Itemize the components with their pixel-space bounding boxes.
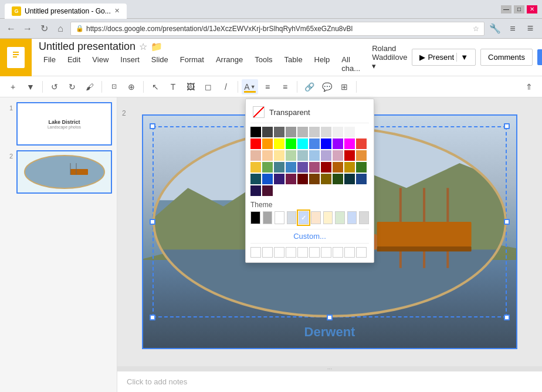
color-swatch-32[interactable] <box>274 162 284 173</box>
color-swatch-4[interactable] <box>297 127 308 137</box>
color-swatch-46[interactable] <box>321 174 331 184</box>
color-swatch-16[interactable] <box>321 138 331 149</box>
menu-insert[interactable]: Insert <box>116 54 144 74</box>
color-swatch-18[interactable] <box>344 138 355 149</box>
toolbar-select[interactable]: ↖ <box>147 79 164 94</box>
color-swatch-13[interactable] <box>286 138 296 149</box>
color-swatch-38[interactable] <box>344 162 355 173</box>
color-swatch-6[interactable] <box>321 127 331 137</box>
toolbar-text[interactable]: T <box>165 79 181 94</box>
color-swatch-28[interactable] <box>344 150 355 161</box>
color-swatch-45[interactable] <box>309 174 320 184</box>
handle-mid-right[interactable] <box>504 219 510 225</box>
toolbar-redo[interactable]: ↻ <box>64 79 80 94</box>
toolbar-align[interactable]: ≡ <box>259 79 276 94</box>
theme-color-swatch-1[interactable] <box>263 211 273 224</box>
slide-thumb-1[interactable]: 1 Lake District Landscape photos <box>5 102 112 146</box>
color-swatch-34[interactable] <box>297 162 308 173</box>
toolbar-paint[interactable]: 🖌 <box>82 79 98 94</box>
presentation-title[interactable]: Untitled presentation <box>39 40 136 53</box>
color-swatch-27[interactable] <box>333 150 343 161</box>
recent-color-5[interactable] <box>309 247 320 258</box>
minimize-button[interactable]: — <box>501 5 511 13</box>
star-icon[interactable]: ☆ <box>139 41 147 52</box>
color-swatch-33[interactable] <box>286 162 296 173</box>
color-swatch-37[interactable] <box>333 162 343 173</box>
toolbar-dropdown[interactable]: ▼ <box>22 79 39 94</box>
color-swatch-35[interactable] <box>309 162 320 173</box>
toolbar-undo[interactable]: ↺ <box>46 79 63 94</box>
color-swatch-11[interactable] <box>262 138 273 149</box>
theme-color-swatch-6[interactable] <box>323 211 333 224</box>
color-swatch-42[interactable] <box>274 174 284 184</box>
color-swatch-36[interactable] <box>321 162 331 173</box>
color-swatch-12[interactable] <box>274 138 284 149</box>
toolbar-crop[interactable]: ⊞ <box>336 79 353 94</box>
recent-color-3[interactable] <box>286 247 296 258</box>
color-swatch-39[interactable] <box>356 162 367 173</box>
color-swatch-20[interactable] <box>250 150 261 161</box>
color-swatch-30[interactable] <box>250 162 261 173</box>
color-swatch-26[interactable] <box>321 150 331 161</box>
color-swatch-0[interactable] <box>250 127 261 137</box>
menu-edit[interactable]: Edit <box>63 54 85 74</box>
toolbar-collapse[interactable]: ⇑ <box>521 79 537 94</box>
color-swatch-47[interactable] <box>333 174 343 184</box>
toolbar-shape[interactable]: ◻ <box>200 79 216 94</box>
color-swatch-31[interactable] <box>262 162 273 173</box>
menu-slide[interactable]: Slide <box>147 54 173 74</box>
theme-color-swatch-0[interactable] <box>250 211 260 224</box>
theme-color-swatch-4[interactable]: ✓ <box>299 211 309 224</box>
theme-color-swatch-8[interactable] <box>347 211 357 224</box>
color-swatch-17[interactable] <box>333 138 343 149</box>
notes-bar[interactable]: Click to add notes <box>117 371 542 392</box>
menu-file[interactable]: File <box>39 54 60 74</box>
color-swatch-50[interactable] <box>250 185 261 196</box>
handle-bot-left[interactable] <box>150 315 155 320</box>
toolbar-fill-color[interactable]: A ▼ <box>242 79 258 94</box>
recent-color-0[interactable] <box>250 247 261 258</box>
menu-format[interactable]: Format <box>175 54 209 74</box>
color-swatch-51[interactable] <box>262 185 273 196</box>
refresh-button[interactable]: ↻ <box>38 23 50 34</box>
color-swatch-19[interactable] <box>356 138 367 149</box>
color-swatch-14[interactable] <box>297 138 308 149</box>
comments-button[interactable]: Comments <box>480 49 533 66</box>
recent-color-2[interactable] <box>274 247 284 258</box>
fill-dropdown-arrow[interactable]: ▼ <box>250 84 256 90</box>
color-swatch-29[interactable] <box>356 150 367 161</box>
menu-view[interactable]: View <box>87 54 113 74</box>
recent-color-4[interactable] <box>297 247 308 258</box>
color-swatch-5[interactable] <box>309 127 320 137</box>
color-swatch-21[interactable] <box>262 150 273 161</box>
folder-icon[interactable]: 📁 <box>151 41 162 52</box>
address-bar[interactable]: 🔒 https://docs.google.com/presentation/d… <box>70 22 485 36</box>
close-button[interactable]: ✕ <box>527 5 537 13</box>
color-swatch-2[interactable] <box>274 127 284 137</box>
bookmark-icon[interactable]: ☆ <box>473 25 479 33</box>
extension-icon-1[interactable]: 🔧 <box>488 22 502 36</box>
color-swatch-7[interactable] <box>333 127 343 137</box>
color-swatch-8[interactable] <box>344 127 355 137</box>
color-swatch-41[interactable] <box>262 174 273 184</box>
maximize-button[interactable]: □ <box>514 5 524 13</box>
back-button[interactable]: ← <box>5 23 18 34</box>
present-button[interactable]: ▶ Present ▼ <box>412 49 476 66</box>
color-swatch-44[interactable] <box>297 174 308 184</box>
color-picker-dropdown[interactable]: Transparent Theme ✓ Custom... <box>245 99 374 263</box>
toolbar-link[interactable]: 🔗 <box>301 79 317 94</box>
menu-allchanges[interactable]: All cha... <box>337 54 365 74</box>
color-swatch-43[interactable] <box>286 174 296 184</box>
color-swatch-40[interactable] <box>250 174 261 184</box>
recent-color-6[interactable] <box>321 247 331 258</box>
color-swatch-9[interactable] <box>356 127 367 137</box>
color-swatch-23[interactable] <box>286 150 296 161</box>
forward-button[interactable]: → <box>21 23 34 34</box>
color-swatch-1[interactable] <box>262 127 273 137</box>
recent-color-9[interactable] <box>356 247 367 258</box>
custom-color-option[interactable]: Custom... <box>250 229 369 244</box>
toolbar-zoom-fit[interactable]: ⊡ <box>106 79 122 94</box>
color-swatch-22[interactable] <box>274 150 284 161</box>
recent-color-8[interactable] <box>344 247 355 258</box>
theme-color-swatch-3[interactable] <box>287 211 297 224</box>
